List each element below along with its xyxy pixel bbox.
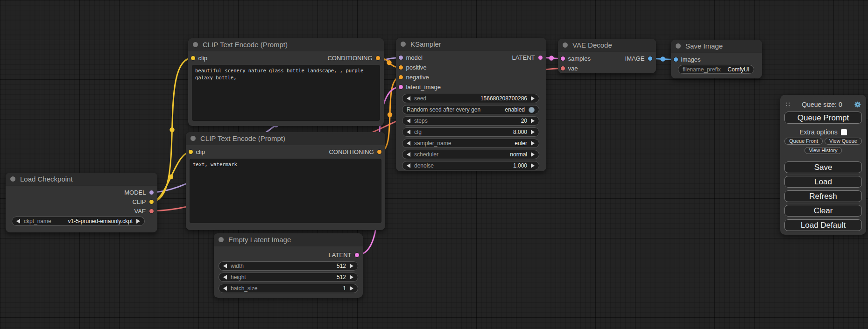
- increase-arrow-icon[interactable]: [531, 119, 535, 123]
- prompt-text-area[interactable]: text, watermark: [190, 159, 381, 223]
- node-title-bar[interactable]: KSampler: [396, 38, 546, 51]
- decrease-arrow-icon[interactable]: [223, 286, 227, 291]
- queue-prompt-button[interactable]: Queue Prompt: [784, 112, 862, 124]
- scheduler-widget[interactable]: scheduler normal: [402, 150, 539, 159]
- node-clip-text-encode-positive[interactable]: CLIP Text Encode (Prompt) clip CONDITION…: [188, 38, 384, 126]
- increase-arrow-icon[interactable]: [531, 96, 535, 101]
- decrease-arrow-icon[interactable]: [407, 141, 410, 146]
- seed-widget[interactable]: seed 156680208700286: [402, 94, 539, 103]
- height-widget[interactable]: height 512: [219, 273, 358, 282]
- decrease-arrow-icon[interactable]: [407, 119, 410, 123]
- input-port-latent-image[interactable]: [399, 85, 403, 89]
- sampler-name-widget[interactable]: sampler_name euler: [402, 139, 539, 148]
- settings-gear-icon[interactable]: [854, 101, 861, 108]
- decrease-arrow-icon[interactable]: [223, 275, 227, 280]
- node-empty-latent-image[interactable]: Empty Latent Image LATENT width 512 heig…: [214, 233, 363, 298]
- denoise-widget[interactable]: denoise 1.000: [402, 161, 539, 170]
- node-collapse-dot[interactable]: [193, 42, 198, 47]
- node-title-bar[interactable]: Save Image: [671, 40, 762, 53]
- node-load-checkpoint[interactable]: Load Checkpoint MODEL CLIP VAE ckpt_name…: [6, 173, 157, 232]
- input-port-samples[interactable]: [561, 56, 565, 61]
- node-collapse-dot[interactable]: [219, 237, 224, 242]
- increase-arrow-icon[interactable]: [350, 286, 353, 291]
- extra-options-checkbox[interactable]: [841, 129, 847, 135]
- node-clip-text-encode-negative[interactable]: CLIP Text Encode (Prompt) clip CONDITION…: [186, 132, 385, 230]
- random-seed-toggle-icon[interactable]: [529, 107, 535, 113]
- decrease-arrow-icon[interactable]: [407, 163, 410, 168]
- input-port-positive[interactable]: [399, 65, 403, 70]
- output-port-conditioning[interactable]: [377, 150, 381, 154]
- link-midpoint-dot[interactable]: [169, 175, 173, 179]
- increase-arrow-icon[interactable]: [531, 130, 535, 134]
- link-midpoint-dot[interactable]: [549, 56, 554, 60]
- increase-arrow-icon[interactable]: [531, 163, 535, 168]
- widget-label: seed: [414, 95, 426, 102]
- node-vae-decode[interactable]: VAE Decode samples IMAGE vae: [558, 39, 656, 73]
- link-midpoint-dot[interactable]: [660, 56, 665, 61]
- node-ksampler[interactable]: KSampler model LATENT positive negative: [396, 38, 546, 171]
- input-port-clip[interactable]: [191, 56, 195, 60]
- save-button[interactable]: Save: [784, 161, 862, 173]
- drag-handle-icon[interactable]: [785, 101, 790, 108]
- input-label-negative: negative: [406, 74, 429, 81]
- decrease-arrow-icon[interactable]: [223, 264, 227, 268]
- extra-options-label: Extra options: [799, 128, 838, 136]
- cfg-widget[interactable]: cfg 8.000: [402, 127, 539, 137]
- output-port-latent[interactable]: [538, 56, 543, 60]
- width-widget[interactable]: width 512: [219, 261, 358, 271]
- view-queue-button[interactable]: View Queue: [825, 138, 862, 145]
- link-midpoint-dot[interactable]: [388, 112, 392, 117]
- queue-panel[interactable]: Queue size: 0 Queue Prompt Extra options…: [780, 95, 866, 235]
- load-default-button[interactable]: Load Default: [784, 219, 862, 231]
- link-midpoint-dot[interactable]: [169, 127, 174, 132]
- input-port-vae[interactable]: [561, 66, 565, 70]
- decrease-arrow-icon[interactable]: [16, 219, 20, 224]
- node-title-bar[interactable]: Load Checkpoint: [6, 173, 157, 186]
- refresh-button[interactable]: Refresh: [784, 190, 862, 202]
- queue-front-button[interactable]: Queue Front: [784, 138, 823, 145]
- input-port-model[interactable]: [399, 56, 403, 60]
- input-port-clip[interactable]: [189, 150, 193, 154]
- ckpt-name-widget[interactable]: ckpt_name v1-5-pruned-emaonly.ckpt: [12, 217, 145, 226]
- decrease-arrow-icon[interactable]: [407, 152, 410, 157]
- filename-prefix-widget[interactable]: filename_prefix ComfyUI: [678, 65, 754, 74]
- node-title-bar[interactable]: CLIP Text Encode (Prompt): [186, 132, 385, 145]
- output-port-vae[interactable]: [149, 209, 154, 213]
- increase-arrow-icon[interactable]: [531, 141, 535, 146]
- output-port-model[interactable]: [149, 190, 154, 195]
- clear-button[interactable]: Clear: [784, 205, 862, 217]
- increase-arrow-icon[interactable]: [136, 219, 140, 224]
- batch-size-widget[interactable]: batch_size 1: [219, 284, 358, 293]
- input-port-images[interactable]: [674, 57, 678, 62]
- node-graph-canvas[interactable]: Load Checkpoint MODEL CLIP VAE ckpt_name…: [0, 0, 868, 329]
- output-port-latent[interactable]: [355, 253, 359, 257]
- link-midpoint-dot[interactable]: [387, 60, 391, 65]
- node-collapse-dot[interactable]: [401, 42, 406, 47]
- widget-label: cfg: [414, 129, 422, 135]
- increase-arrow-icon[interactable]: [350, 264, 353, 268]
- node-save-image[interactable]: Save Image images filename_prefix ComfyU…: [671, 40, 762, 78]
- node-collapse-dot[interactable]: [676, 43, 681, 49]
- increase-arrow-icon[interactable]: [531, 152, 535, 157]
- view-history-button[interactable]: View History: [804, 147, 842, 154]
- node-collapse-dot[interactable]: [191, 136, 196, 141]
- increase-arrow-icon[interactable]: [350, 275, 353, 280]
- node-title-bar[interactable]: VAE Decode: [558, 39, 656, 52]
- node-collapse-dot[interactable]: [10, 176, 15, 182]
- decrease-arrow-icon[interactable]: [407, 96, 410, 101]
- random-seed-widget[interactable]: Random seed after every gen enabled: [402, 105, 539, 114]
- output-port-conditioning[interactable]: [376, 56, 380, 60]
- decrease-arrow-icon[interactable]: [407, 130, 410, 134]
- node-title-bar[interactable]: Empty Latent Image: [214, 233, 363, 246]
- input-port-negative[interactable]: [399, 75, 403, 79]
- steps-widget[interactable]: steps 20: [402, 116, 539, 126]
- node-title-bar[interactable]: CLIP Text Encode (Prompt): [188, 38, 384, 51]
- output-port-image[interactable]: [648, 56, 652, 61]
- prompt-text-area[interactable]: beautiful scenery nature glass bottle la…: [192, 65, 380, 121]
- output-label-image: IMAGE: [625, 55, 645, 62]
- widget-value: enabled: [505, 106, 525, 113]
- widget-label: filename_prefix: [683, 66, 720, 73]
- load-button[interactable]: Load: [784, 176, 862, 188]
- node-collapse-dot[interactable]: [563, 42, 568, 48]
- output-port-clip[interactable]: [149, 200, 154, 204]
